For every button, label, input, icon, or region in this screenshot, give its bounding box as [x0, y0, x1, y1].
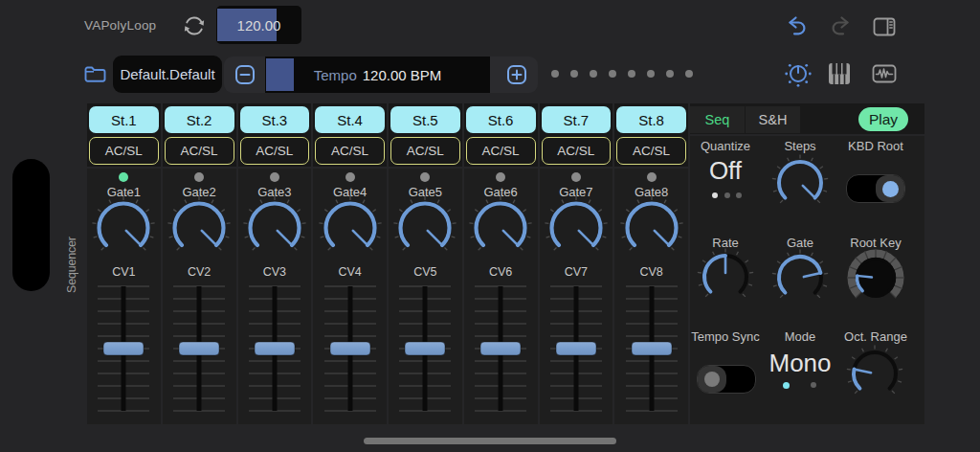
sidebar-panel-button[interactable]	[872, 14, 897, 39]
gate-knob[interactable]	[466, 193, 535, 266]
column-body: Gate8CV8	[614, 169, 688, 424]
step-button[interactable]: St.4	[315, 106, 385, 133]
root-key-knob[interactable]	[845, 247, 906, 312]
sequencer-side-label: Sequencer	[65, 192, 82, 339]
device-notch	[12, 159, 50, 291]
sequencer-column: St.5AC/SLGate5CV5	[389, 103, 462, 424]
preset-name-button[interactable]: Default.Default	[113, 56, 222, 93]
mode-value[interactable]: Mono	[747, 350, 853, 376]
page-dot[interactable]	[628, 70, 635, 78]
column-body: Gate4CV4	[313, 169, 387, 424]
column-header: St.7AC/SL	[540, 103, 613, 167]
tempo-value-text: 120.00	[216, 6, 301, 44]
accent-slide-button[interactable]: AC/SL	[542, 137, 612, 165]
page-dot[interactable]	[551, 70, 559, 78]
step-button[interactable]: St.6	[466, 106, 536, 133]
accent-slide-button[interactable]: AC/SL	[89, 137, 159, 165]
step-button[interactable]: St.1	[89, 106, 159, 133]
mode-dot	[783, 382, 790, 389]
accent-slide-button[interactable]: AC/SL	[315, 137, 385, 165]
cv-slider-label: CV2	[188, 265, 211, 280]
column-body: Gate3CV3	[238, 169, 312, 424]
sequencer-column: St.1AC/SLGate1CV1	[87, 103, 161, 424]
tab-sh[interactable]: S&H	[746, 106, 800, 133]
tempo-readout: Tempo120.00 BPM	[265, 56, 490, 93]
page-dot[interactable]	[647, 70, 655, 78]
accent-slide-button[interactable]: AC/SL	[165, 137, 234, 165]
page-dot[interactable]	[570, 70, 578, 78]
tempo-value-field[interactable]: 120.00	[216, 6, 301, 44]
page-dots[interactable]	[551, 70, 693, 78]
gate-knob[interactable]	[240, 193, 309, 266]
page-dot[interactable]	[590, 70, 597, 78]
cv-slider-label: CV4	[338, 265, 361, 280]
step-button[interactable]: St.7	[542, 106, 612, 133]
step-led-off	[194, 172, 204, 182]
gate-knob[interactable]	[89, 193, 158, 266]
rate-knob[interactable]	[695, 246, 756, 311]
piano-keyboard-button[interactable]	[827, 60, 852, 87]
tempo-minus-button[interactable]	[224, 56, 266, 93]
column-header: St.4AC/SL	[313, 103, 387, 167]
kbd-root-toggle[interactable]	[846, 174, 905, 203]
knob-settings-button[interactable]	[785, 60, 812, 87]
right-panel-tabs: Seq S&H Play	[690, 103, 924, 134]
step-button[interactable]: St.8	[616, 106, 686, 133]
quantize-dots[interactable]	[712, 192, 742, 198]
column-header: St.6AC/SL	[464, 103, 538, 167]
gate-knob[interactable]	[542, 193, 611, 266]
cv-slider[interactable]	[321, 282, 380, 418]
cv-slider[interactable]	[245, 282, 304, 418]
step-button[interactable]: St.3	[240, 106, 310, 133]
cv-slider[interactable]	[546, 282, 606, 418]
step-button[interactable]: St.2	[165, 106, 234, 133]
plugin-title: VAPolyLoop	[84, 18, 156, 33]
gate-knob[interactable]	[769, 247, 831, 312]
accent-slide-button[interactable]: AC/SL	[390, 137, 460, 165]
cv-slider[interactable]	[169, 282, 229, 418]
steps-knob[interactable]	[769, 152, 831, 217]
column-body: Gate2CV2	[163, 169, 236, 424]
undo-button[interactable]	[785, 14, 809, 38]
step-led-off	[571, 172, 581, 182]
tab-seq[interactable]: Seq	[690, 106, 745, 133]
waveform-monitor-button[interactable]	[871, 60, 898, 87]
gate-knob[interactable]	[165, 193, 234, 266]
cv-slider-label: CV6	[489, 265, 512, 280]
column-body: Gate7CV7	[540, 169, 613, 424]
gate-knob[interactable]	[617, 193, 686, 266]
page-dot[interactable]	[685, 70, 693, 78]
home-indicator[interactable]	[364, 438, 616, 444]
tempo-slider[interactable]: Tempo120.00 BPM	[265, 56, 490, 93]
page-dot[interactable]	[609, 70, 616, 78]
oct-range-label: Oct. Range	[823, 329, 928, 344]
tempo-plus-button[interactable]	[496, 56, 538, 93]
column-body: Gate5CV5	[389, 169, 462, 424]
accent-slide-button[interactable]: AC/SL	[240, 137, 310, 165]
sequencer-column: St.6AC/SLGate6CV6	[464, 103, 538, 424]
tempo-stepper: Tempo120.00 BPM	[224, 56, 538, 93]
gate-knob[interactable]	[390, 193, 459, 266]
redo-button[interactable]	[829, 14, 853, 38]
column-body: Gate1CV1	[87, 169, 161, 424]
step-button[interactable]: St.5	[390, 106, 460, 133]
cv-slider-label: CV1	[112, 265, 135, 280]
cv-slider[interactable]	[622, 282, 681, 418]
quantize-value[interactable]: Off	[673, 158, 778, 184]
oct-range-knob[interactable]	[844, 343, 905, 408]
sequencer-column: St.7AC/SLGate7CV7	[540, 103, 613, 424]
cv-slider-label: CV7	[565, 265, 588, 280]
accent-slide-button[interactable]: AC/SL	[466, 137, 536, 165]
cv-slider[interactable]	[471, 282, 530, 418]
page-dot[interactable]	[666, 70, 674, 78]
mode-dots[interactable]	[783, 382, 816, 389]
cv-slider[interactable]	[395, 282, 455, 418]
gate-knob[interactable]	[316, 193, 385, 266]
sync-arrows-icon[interactable]	[182, 13, 207, 38]
play-button[interactable]: Play	[858, 107, 908, 131]
sequencer-grid: St.1AC/SLGate1CV1St.2AC/SLGate2CV2St.3AC…	[87, 103, 688, 424]
folder-button[interactable]	[83, 63, 108, 86]
column-header: St.5AC/SL	[389, 103, 462, 167]
sequencer-column: St.3AC/SLGate3CV3	[238, 103, 312, 424]
cv-slider[interactable]	[94, 282, 153, 418]
